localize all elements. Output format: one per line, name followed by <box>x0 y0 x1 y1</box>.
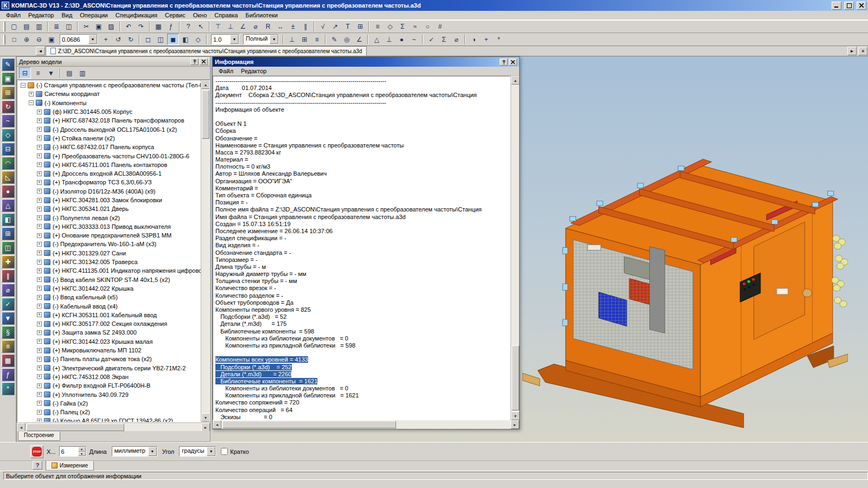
rib-icon[interactable]: △ <box>2 199 15 212</box>
kinematic-icon[interactable]: ~ <box>2 114 15 127</box>
paste-button[interactable]: ▨ <box>105 21 117 33</box>
expand-toggle-icon[interactable]: + <box>37 180 42 185</box>
expand-toggle-icon[interactable]: − <box>21 83 25 88</box>
tree-params-button[interactable]: ▥ <box>76 67 88 79</box>
measure-button[interactable]: ⌀ <box>450 34 462 45</box>
expand-toggle-icon[interactable]: + <box>37 295 42 300</box>
tree-item[interactable]: +(-) Полупетля левая (x2) <box>17 213 201 222</box>
check-icon[interactable]: ✓ <box>2 298 15 311</box>
linear-dimension-button[interactable]: ↔ <box>275 21 286 33</box>
rotate-view-button[interactable]: ↺ <box>112 34 124 45</box>
sketch-mode-button[interactable]: ✎ <box>328 34 340 45</box>
copy-button[interactable]: ▣ <box>93 21 105 33</box>
settings-button[interactable]: * <box>493 34 505 45</box>
close-button[interactable] <box>857 2 866 10</box>
save-button[interactable]: ▥ <box>33 21 45 33</box>
tree-vertical-scrollbar[interactable]: ▲ ▼ <box>201 80 209 422</box>
tree-item[interactable]: +(+) Стойка панели (x2) <box>17 134 201 143</box>
tree-item[interactable]: +(+) Преобразователь частоты CHV100-01-2… <box>17 151 201 160</box>
tolerance-button[interactable]: ± <box>287 21 299 33</box>
expand-toggle-icon[interactable]: + <box>37 189 42 194</box>
measure-3d-icon[interactable]: ⌀ <box>2 284 15 297</box>
scroll-right-icon[interactable]: ► <box>510 420 519 429</box>
tree-horizontal-scrollbar[interactable]: ◄ ► <box>17 422 210 431</box>
chamfer-icon[interactable]: ◺ <box>2 171 15 184</box>
expand-toggle-icon[interactable]: + <box>37 233 42 238</box>
expand-toggle-icon[interactable]: + <box>37 348 42 353</box>
scrollbar-thumb[interactable] <box>202 90 209 139</box>
expand-toggle-icon[interactable]: + <box>37 215 42 220</box>
tree-item[interactable]: +(+) Защита замка SZ 2493.000 <box>17 328 201 337</box>
maximize-button[interactable] <box>844 2 854 10</box>
axis-button[interactable]: ⊥ <box>383 34 395 45</box>
expand-toggle-icon[interactable]: + <box>37 162 42 167</box>
expand-toggle-icon[interactable]: + <box>37 118 42 123</box>
tree-item[interactable]: +Системы координат <box>17 89 201 98</box>
tree-item[interactable]: +(+) Микровыключатель МП 1102 <box>17 346 201 355</box>
grid-button[interactable]: ⊞ <box>298 34 310 45</box>
parallel-tool-button[interactable]: ∥ <box>299 21 311 33</box>
zoom-fit-button[interactable]: ▣ <box>46 34 58 45</box>
revolve-icon[interactable]: ↻ <box>2 100 15 113</box>
angle-snap-button[interactable]: ∠ <box>353 34 365 45</box>
expand-toggle-icon[interactable]: + <box>37 171 42 176</box>
tree-structure-button[interactable]: ⊟ <box>19 67 31 79</box>
zoom-input[interactable] <box>60 35 88 44</box>
tree-item[interactable]: +(-) Кабельный ввод (x4) <box>17 301 201 310</box>
menu-item-1[interactable]: Редактор <box>24 11 58 19</box>
spline-button[interactable]: ~ <box>408 34 420 45</box>
check-document-button[interactable]: ✓ <box>425 34 437 45</box>
scrollbar-thumb[interactable] <box>512 345 519 410</box>
tree-item[interactable]: +(-) Кольцо А8.65Г.Ц9.хр ГОСТ 13942-86 (… <box>17 416 201 422</box>
expand-toggle-icon[interactable]: + <box>37 277 42 282</box>
expand-toggle-icon[interactable]: + <box>37 374 42 379</box>
mirror-icon[interactable]: ◫ <box>2 241 15 254</box>
cut-extrude-icon[interactable]: ⊟ <box>2 143 15 156</box>
x-input[interactable] <box>60 447 78 456</box>
filter-icon[interactable]: ▼ <box>2 312 15 325</box>
loft-icon[interactable]: ◇ <box>2 129 15 142</box>
angle-unit-dropdown-button[interactable]: ▼ <box>207 447 215 456</box>
expand-toggle-icon[interactable]: + <box>37 251 42 255</box>
properties-icon[interactable]: ƒ <box>2 368 15 381</box>
minimize-button[interactable] <box>832 2 841 10</box>
perpendicular-tool-button[interactable]: ⊥ <box>225 21 237 33</box>
pan-button[interactable]: + <box>100 34 112 45</box>
tree-item[interactable]: +(+) НКГС.304281.003 Замок блокировки <box>17 196 201 204</box>
array-icon[interactable]: ⊞ <box>2 227 15 240</box>
expand-toggle-icon[interactable]: + <box>37 268 42 273</box>
pin-icon[interactable] <box>190 58 199 65</box>
info-menu-item-0[interactable]: Файл <box>215 67 237 75</box>
close-icon[interactable] <box>200 58 208 65</box>
tree-item[interactable]: +(-) Гайка (x2) <box>17 399 201 408</box>
tree-dropdown-button[interactable]: ▼ <box>45 67 57 79</box>
zoom-area-button[interactable]: □ <box>8 34 20 45</box>
menu-item-6[interactable]: Окно <box>189 11 211 19</box>
expand-toggle-icon[interactable]: + <box>37 410 42 415</box>
expand-toggle-icon[interactable]: + <box>37 357 42 362</box>
length-unit-dropdown-button[interactable]: ▼ <box>148 447 157 456</box>
tree-item[interactable]: +(-) Изолятор D16/12z-М36 (400А) (x9) <box>17 187 201 196</box>
table-tool-button[interactable]: ⊞ <box>354 21 366 33</box>
document-tab[interactable]: Z:\3D_ASCON\Станция управления с преобра… <box>46 46 367 56</box>
wireframe-mode-button[interactable]: ◻ <box>142 34 154 45</box>
help-question-button[interactable]: ? <box>33 461 42 470</box>
short-info-checkbox[interactable] <box>221 448 228 455</box>
tree-item[interactable]: +(+) Онование предохранителей S3PB1 MM <box>17 231 201 240</box>
undo-button[interactable]: ↶ <box>123 21 135 33</box>
expand-toggle-icon[interactable]: + <box>37 207 42 211</box>
scroll-right-icon[interactable]: ► <box>201 423 210 432</box>
datum-tool-button[interactable]: ⊤ <box>212 21 224 33</box>
expand-toggle-icon[interactable]: + <box>37 419 42 422</box>
tree-item[interactable]: +(-) Панель платы датчиков тока (x2) <box>17 355 201 363</box>
tree-item[interactable]: +(-) Палец (x2) <box>17 408 201 416</box>
expand-toggle-icon[interactable]: + <box>37 401 42 406</box>
mate-icon[interactable]: ∥ <box>2 269 15 282</box>
expand-toggle-icon[interactable]: + <box>37 198 42 203</box>
perspective-button[interactable]: ◇ <box>192 34 204 45</box>
extrude-icon[interactable]: ⊞ <box>2 86 15 99</box>
print-preview-button[interactable]: ◫ <box>63 21 75 33</box>
expand-toggle-icon[interactable]: + <box>37 392 42 397</box>
tree-item[interactable]: +(+) Уплотнитель 340.09.729 <box>17 390 201 399</box>
tree-item[interactable]: −(-) Станция управления с преобразовател… <box>17 81 201 89</box>
